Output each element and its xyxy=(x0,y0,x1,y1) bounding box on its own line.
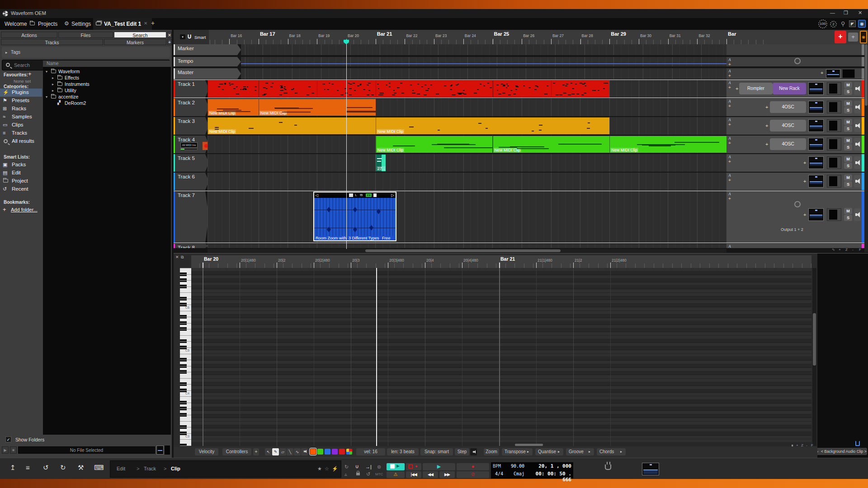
tools-button[interactable]: ⚒ xyxy=(78,464,84,472)
tags-bar[interactable]: ▸Tags xyxy=(2,47,170,58)
midi-clip[interactable] xyxy=(493,80,551,97)
chevron-down-icon[interactable]: ▾ xyxy=(46,70,47,74)
automation-add[interactable]: + xyxy=(728,159,731,164)
automation-add[interactable]: + xyxy=(728,196,731,201)
automation-a[interactable]: A xyxy=(728,136,731,141)
track-header-track-3[interactable]: Track 3 xyxy=(175,117,209,135)
piano-keyboard[interactable]: C6C5C4C3 xyxy=(180,268,191,446)
menu-transpose[interactable]: Transpose▸ xyxy=(502,448,533,455)
track-header-master[interactable]: Master xyxy=(175,68,241,79)
mute-button[interactable]: M xyxy=(844,156,852,162)
automation-add[interactable]: + xyxy=(728,85,731,90)
smart-label[interactable]: Smart xyxy=(194,35,206,40)
midi-clip[interactable]: New MIDI Clip xyxy=(208,117,376,134)
automation-a[interactable]: A xyxy=(728,57,731,62)
tempo-knob[interactable] xyxy=(794,58,801,64)
time-signature[interactable]: 4/4 xyxy=(493,471,505,476)
track-header-marker[interactable]: Marker xyxy=(175,44,241,55)
note-color-swatch-2[interactable] xyxy=(325,449,330,455)
play-button[interactable]: ▶ xyxy=(423,463,455,470)
star-icon[interactable]: ★ xyxy=(317,466,322,472)
pianoroll-ruler[interactable]: |48019|319|3|48019|419|4|480Bar 2020|1|4… xyxy=(191,255,811,268)
solo-button[interactable]: S xyxy=(844,163,852,169)
h-scrollbar-thumb[interactable] xyxy=(365,249,561,252)
mute-button[interactable]: M xyxy=(844,100,852,107)
v-scrollbar-thumb[interactable] xyxy=(865,44,868,106)
warning-button[interactable]: ⚠ xyxy=(387,471,405,478)
preview-fader[interactable] xyxy=(156,446,164,455)
show-folders-row[interactable]: ✓Show Folders xyxy=(0,435,172,445)
mute-button[interactable]: M xyxy=(844,137,852,144)
track-header-track-7[interactable]: Track 7 xyxy=(175,191,209,243)
tree-item-waveform[interactable]: ▾Waveform xyxy=(43,68,171,75)
automation-add[interactable]: + xyxy=(728,178,731,183)
track-lane[interactable] xyxy=(241,57,726,66)
step-button[interactable]: Step xyxy=(455,448,469,455)
controllers-button[interactable]: Controllers xyxy=(222,448,251,455)
plugin-chip-rompler[interactable]: Rompler xyxy=(739,83,773,94)
retro-record-icon[interactable]: ↺ xyxy=(366,471,370,477)
clip-fx-badge[interactable]: FX xyxy=(366,193,372,197)
len-button[interactable]: len: 3 beats xyxy=(387,448,419,455)
add-plugin-inline[interactable]: + xyxy=(765,141,768,147)
automation-a[interactable]: A xyxy=(728,244,731,248)
solo-button[interactable]: S xyxy=(844,215,852,221)
tree-item-deroom2[interactable]: ▞DeRoom2 xyxy=(43,100,171,106)
add-plugin-button[interactable]: + xyxy=(848,33,858,42)
track-fader[interactable] xyxy=(808,208,824,221)
mute-button[interactable]: M xyxy=(844,174,852,181)
pr-v-scrollbar-thumb[interactable] xyxy=(813,313,816,366)
track-fader[interactable] xyxy=(808,138,824,150)
sidebar-item-clips[interactable]: ▭Clips xyxy=(0,121,42,129)
tool-cursor[interactable]: ↖ xyxy=(265,448,272,455)
note-grid[interactable] xyxy=(191,268,811,446)
add-plugin-inline[interactable]: + xyxy=(803,160,806,165)
note-color-swatch-1[interactable] xyxy=(317,449,323,455)
plugin-chip-4osc[interactable]: 4OSC xyxy=(770,138,806,150)
track-lane[interactable]: 27... xyxy=(208,154,726,172)
track-fader[interactable] xyxy=(808,119,824,132)
track-fader[interactable] xyxy=(808,175,824,188)
tab-files[interactable]: Files xyxy=(58,32,113,38)
magnet-icon[interactable]: ∪ xyxy=(187,33,192,40)
mute-button[interactable]: M xyxy=(844,208,852,214)
tree-item-effects[interactable]: ▸Effects xyxy=(43,75,171,81)
tab-tracks[interactable]: Tracks xyxy=(1,39,103,45)
resize-panel-icon[interactable]: ◤ xyxy=(849,20,856,27)
snap-button[interactable]: Snap: smart xyxy=(420,448,453,455)
arrange-zoom-4[interactable]: F xyxy=(859,248,861,252)
level-gauge[interactable]: 2 xyxy=(830,21,837,28)
mute-button[interactable]: M xyxy=(844,82,852,88)
add-folder-link[interactable]: Add folder... xyxy=(11,207,38,212)
plugin-chip-4osc[interactable]: 4OSC xyxy=(770,101,806,113)
note-color-swatch-5[interactable] xyxy=(346,449,352,455)
menu-projects[interactable]: Projects xyxy=(38,21,57,27)
mute-button[interactable]: M xyxy=(844,119,852,125)
eye-icon[interactable]: ◉ xyxy=(858,20,866,28)
unlock-icon[interactable] xyxy=(855,441,860,446)
preview-play-button[interactable]: ▶ xyxy=(2,446,9,454)
midi-clip[interactable]: New MIDI Clip xyxy=(208,99,259,116)
metronome-icon[interactable]: ▵ xyxy=(344,471,347,477)
midi-clip[interactable]: New MIDI Clip xyxy=(259,99,346,116)
chevron-right-icon[interactable]: ▸ xyxy=(52,89,54,93)
add-plugin-inline[interactable]: + xyxy=(765,104,768,110)
snap-menu-icon[interactable]: ▾ xyxy=(180,34,185,39)
menu-chords[interactable]: Chords▸ xyxy=(597,448,626,455)
clip-loop-right-icon[interactable]: ▷ xyxy=(391,193,394,197)
automation-add[interactable]: + xyxy=(728,62,731,66)
lock-icon[interactable] xyxy=(356,473,360,475)
automation-a[interactable]: A xyxy=(728,117,731,122)
clip-file-icon[interactable] xyxy=(373,193,377,197)
speaker-button[interactable] xyxy=(854,208,861,221)
sidebar-item-edit[interactable]: ▤Edit xyxy=(0,169,42,177)
tool-line[interactable]: ╲ xyxy=(287,448,293,455)
track-header-tempo[interactable]: Tempo xyxy=(175,57,241,66)
undo-button[interactable]: ↺ xyxy=(43,464,49,472)
chevron-right-icon[interactable]: ▸ xyxy=(52,82,54,86)
pr-h-scrollbar-thumb[interactable] xyxy=(515,444,543,446)
midi-clip[interactable] xyxy=(208,80,259,97)
to-start-button[interactable]: |◀◀ xyxy=(406,471,421,478)
midi-clip[interactable]: New MIDI Clip xyxy=(376,117,610,134)
vel-button[interactable]: vel: 16 xyxy=(356,448,385,455)
